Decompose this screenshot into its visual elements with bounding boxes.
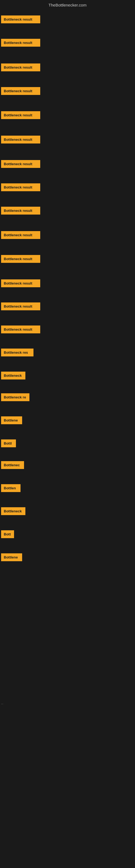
site-title-text: TheBottlenecker.com: [49, 3, 87, 7]
list-item: Bottleneck result: [1, 39, 40, 46]
list-item: Bottleneck result: [1, 87, 40, 95]
list-item: Bottleneck result: [1, 207, 40, 215]
page-wrapper: TheBottlenecker.com ... Bottleneck resul…: [0, 0, 135, 868]
list-item: Bottlenec: [1, 461, 24, 469]
list-item: Bottleneck result: [1, 231, 40, 239]
list-item: Bottleneck result: [1, 135, 40, 144]
bottom-indicator: ...: [1, 701, 3, 705]
list-item: Bott: [1, 530, 14, 538]
list-item: Bottleneck result: [1, 63, 40, 71]
list-item: Bottleneck res: [1, 348, 34, 356]
list-item: Bottleneck result: [1, 160, 40, 168]
list-item: Bottleneck re: [1, 393, 30, 401]
list-item: Bottlene: [1, 416, 22, 424]
list-item: Bottleneck result: [1, 303, 40, 310]
site-title: TheBottlenecker.com: [0, 0, 135, 9]
list-item: Bottleneck: [1, 507, 26, 515]
list-item: Bottleneck result: [1, 255, 40, 263]
list-item: Bottleneck result: [1, 326, 40, 333]
list-item: Bottleneck: [1, 372, 26, 379]
list-item: Bottlene: [1, 553, 22, 561]
list-item: Bottl: [1, 439, 16, 447]
list-item: Bottleneck result: [1, 111, 40, 119]
list-item: Bottlen: [1, 484, 20, 492]
list-item: Bottleneck result: [1, 183, 40, 191]
list-item: Bottleneck result: [1, 279, 40, 287]
list-item: Bottleneck result: [1, 16, 40, 23]
indicator-text: ...: [1, 702, 3, 705]
